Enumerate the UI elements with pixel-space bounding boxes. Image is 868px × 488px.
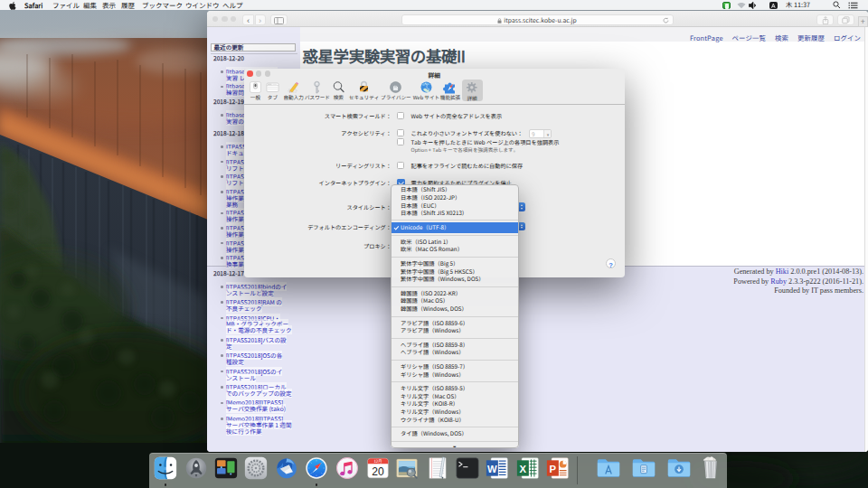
svg-text:12月: 12月 (373, 458, 382, 464)
svg-text:X: X (519, 464, 526, 474)
svg-text:W: W (487, 464, 497, 474)
svg-text:P: P (549, 464, 556, 474)
svg-text:20: 20 (372, 465, 384, 478)
